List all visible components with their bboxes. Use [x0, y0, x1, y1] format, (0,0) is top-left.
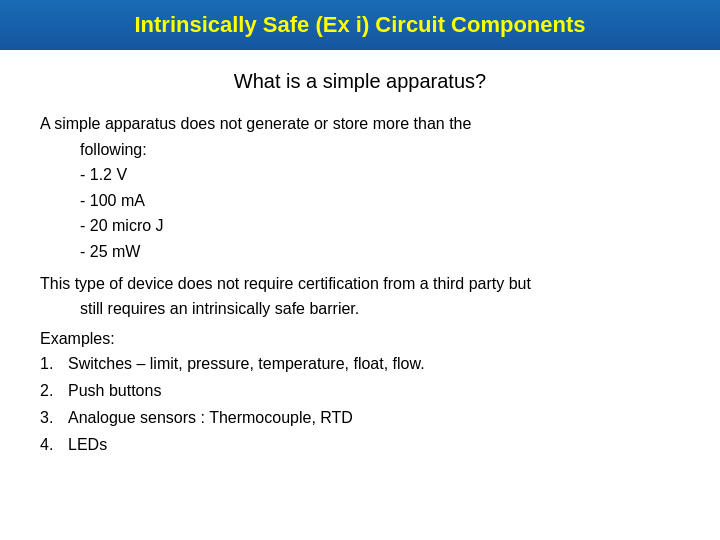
examples-list: 1. Switches – limit, pressure, temperatu… — [40, 350, 680, 459]
example-text-2: Push buttons — [68, 377, 161, 404]
example-text-4: LEDs — [68, 431, 107, 458]
example-item-3: 3. Analogue sensors : Thermocouple, RTD — [40, 404, 680, 431]
intro-line1: A simple apparatus does not generate or … — [40, 115, 471, 132]
limits-list: - 1.2 V - 100 mA - 20 micro J - 25 mW — [80, 162, 680, 264]
limit-3: - 20 micro J — [80, 213, 680, 239]
intro-text: A simple apparatus does not generate or … — [40, 111, 680, 162]
example-number-3: 3. — [40, 404, 60, 431]
cert-line1: This type of device does not require cer… — [40, 275, 531, 292]
limit-2: - 100 mA — [80, 188, 680, 214]
example-text-3: Analogue sensors : Thermocouple, RTD — [68, 404, 353, 431]
example-item-2: 2. Push buttons — [40, 377, 680, 404]
examples-label: Examples: — [40, 330, 680, 348]
example-number-2: 2. — [40, 377, 60, 404]
content: What is a simple apparatus? A simple app… — [0, 50, 720, 540]
header-title: Intrinsically Safe (Ex i) Circuit Compon… — [134, 12, 585, 37]
cert-text: This type of device does not require cer… — [40, 271, 680, 322]
example-item-4: 4. LEDs — [40, 431, 680, 458]
limit-4: - 25 mW — [80, 239, 680, 265]
slide: Intrinsically Safe (Ex i) Circuit Compon… — [0, 0, 720, 540]
example-text-1: Switches – limit, pressure, temperature,… — [68, 350, 425, 377]
header: Intrinsically Safe (Ex i) Circuit Compon… — [0, 0, 720, 50]
limit-1: - 1.2 V — [80, 162, 680, 188]
intro-line2: following: — [80, 141, 147, 158]
subtitle: What is a simple apparatus? — [40, 70, 680, 93]
cert-line2: still requires an intrinsically safe bar… — [80, 300, 359, 317]
example-number-4: 4. — [40, 431, 60, 458]
example-number-1: 1. — [40, 350, 60, 377]
example-item-1: 1. Switches – limit, pressure, temperatu… — [40, 350, 680, 377]
